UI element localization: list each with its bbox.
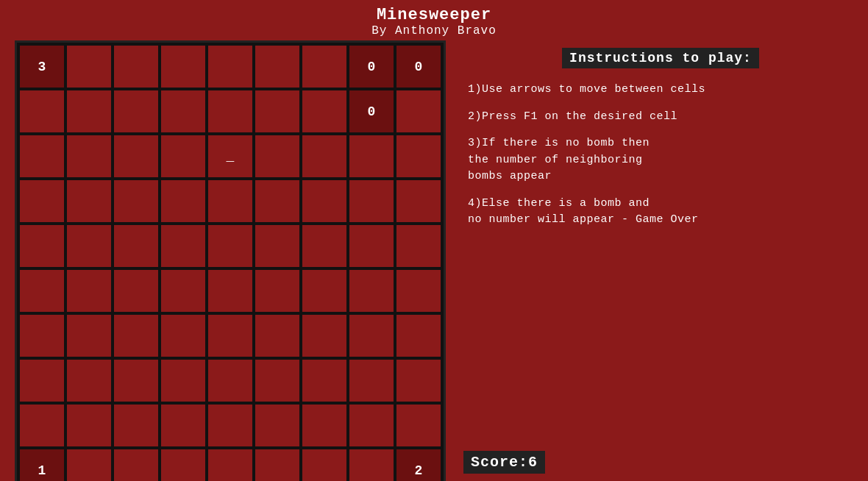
grid-cell[interactable]: 0 [349,90,394,132]
grid-cell[interactable] [20,315,64,357]
grid-cell[interactable] [349,449,394,481]
grid-cell[interactable] [302,225,346,267]
grid-cell[interactable] [161,405,205,446]
grid-cell[interactable] [208,449,252,481]
grid-cell[interactable] [302,46,346,88]
grid-cell[interactable] [396,360,441,402]
main-area: 300012 Instructions to play: 1)Use arrow… [0,40,868,481]
grid-cell[interactable] [302,405,346,446]
instructions-panel: Instructions to play: 1)Use arrows to mo… [460,40,853,481]
grid-cell[interactable] [67,315,111,357]
grid-cell[interactable] [302,180,346,222]
grid-cell[interactable] [255,449,299,481]
grid-cell[interactable] [114,449,158,481]
grid-cell[interactable] [396,180,441,222]
grid-cell[interactable] [114,405,158,446]
grid-cell[interactable] [302,449,346,481]
grid-cell[interactable] [161,46,205,88]
grid-cell[interactable] [349,180,394,222]
grid-cell[interactable] [161,315,205,357]
grid-cell[interactable] [161,180,205,222]
grid-cell[interactable] [255,360,299,402]
grid-cell[interactable] [396,135,441,177]
grid-cell[interactable] [20,225,64,267]
grid-cell[interactable] [161,135,205,177]
grid-cell[interactable]: 1 [20,449,64,481]
grid-cell[interactable]: 0 [396,46,441,88]
grid-cell[interactable] [114,315,158,357]
game-title: Minesweeper [0,6,868,24]
grid-cell[interactable] [255,225,299,267]
grid-cell[interactable] [208,180,252,222]
instruction-3: 3)If there is no bomb then the number of… [468,135,853,185]
grid-cell[interactable] [396,405,441,446]
grid-cell[interactable] [114,46,158,88]
grid-cell[interactable] [114,225,158,267]
grid-cell[interactable] [349,225,394,267]
grid-cell[interactable] [114,180,158,222]
game-subtitle: By Anthony Bravo [0,24,868,38]
score-bar: Score:6 [463,451,861,474]
grid-cell[interactable] [208,270,252,312]
grid-cell[interactable] [67,46,111,88]
grid-cell[interactable] [20,90,64,132]
grid-cell[interactable] [349,135,394,177]
game-grid[interactable]: 300012 [15,40,446,481]
header: Minesweeper By Anthony Bravo [0,0,868,40]
grid-cell[interactable] [20,360,64,402]
grid-cell[interactable] [302,270,346,312]
grid-cell[interactable] [20,270,64,312]
grid-cell[interactable] [302,315,346,357]
grid-cell[interactable] [67,360,111,402]
grid-cell[interactable] [114,90,158,132]
grid-cell[interactable] [349,270,394,312]
grid-cell[interactable] [255,90,299,132]
grid-cell[interactable] [255,270,299,312]
grid-cell[interactable] [302,90,346,132]
grid-cell[interactable] [20,180,64,222]
grid-cell[interactable] [161,225,205,267]
grid-cell[interactable] [20,135,64,177]
grid-cell[interactable] [161,360,205,402]
grid-cell[interactable] [396,90,441,132]
grid-cell[interactable] [208,405,252,446]
grid-cell[interactable]: 2 [396,449,441,481]
grid-cell[interactable] [302,360,346,402]
grid-cell[interactable] [255,315,299,357]
grid-cell[interactable] [396,225,441,267]
grid-cell[interactable]: 0 [349,46,394,88]
instruction-4: 4)Else there is a bomb and no number wil… [468,196,853,229]
score-label: Score:6 [463,451,545,474]
grid-cell[interactable] [208,225,252,267]
grid-cell[interactable] [255,405,299,446]
grid-cell[interactable]: 3 [20,46,64,88]
grid-cell[interactable] [208,135,252,177]
grid-cell[interactable] [396,270,441,312]
grid-cell[interactable] [20,405,64,446]
grid-cell[interactable] [114,270,158,312]
grid-cell[interactable] [302,135,346,177]
grid-cell[interactable] [161,449,205,481]
grid-cell[interactable] [208,90,252,132]
grid-cell[interactable] [349,360,394,402]
grid-cell[interactable] [208,315,252,357]
grid-cell[interactable] [67,225,111,267]
grid-cell[interactable] [67,405,111,446]
grid-cell[interactable] [114,135,158,177]
grid-cell[interactable] [161,90,205,132]
grid-cell[interactable] [349,405,394,446]
grid-cell[interactable] [161,270,205,312]
grid-cell[interactable] [208,46,252,88]
grid-cell[interactable] [255,135,299,177]
grid-cell[interactable] [67,270,111,312]
grid-cell[interactable] [114,360,158,402]
grid-cell[interactable] [255,180,299,222]
grid-cell[interactable] [255,46,299,88]
grid-cell[interactable] [349,315,394,357]
grid-cell[interactable] [396,315,441,357]
grid-cell[interactable] [67,180,111,222]
grid-cell[interactable] [67,90,111,132]
grid-cell[interactable] [67,135,111,177]
grid-cell[interactable] [208,360,252,402]
grid-cell[interactable] [67,449,111,481]
